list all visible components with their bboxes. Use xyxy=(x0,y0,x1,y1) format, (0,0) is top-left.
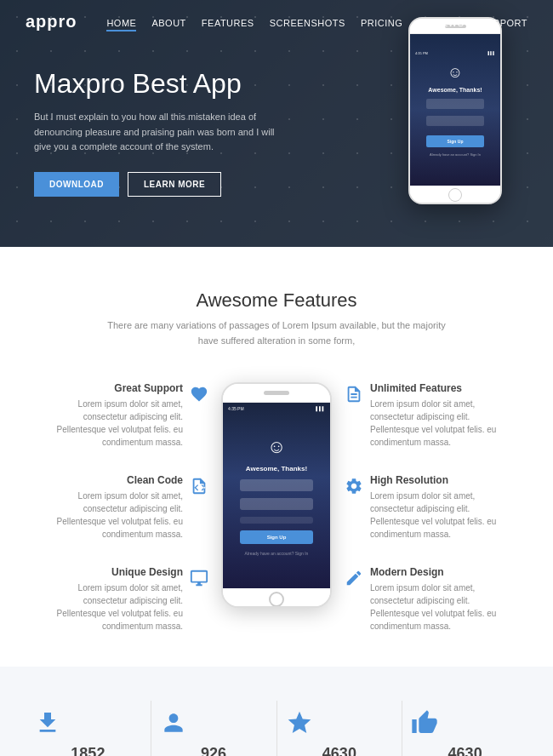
feature-title-4: Unlimited Features xyxy=(370,382,506,394)
center-signup-btn: Sign Up xyxy=(240,530,314,544)
stat-number-downloads: 1852 xyxy=(34,745,142,756)
phone-screen-title: Awesome, Thanks! xyxy=(428,87,482,93)
features-section: Awesome Features There are many variatio… xyxy=(0,247,553,667)
features-right-column: Unlimited Features Lorem ipsum dolor sit… xyxy=(345,382,506,633)
phone-signal: ▌▌▌ xyxy=(487,51,495,55)
center-btn-label: Sign Up xyxy=(267,535,287,540)
phone-field-2 xyxy=(426,116,485,126)
phone-signup-btn: Sign Up xyxy=(426,135,485,147)
feature-desc-3: Lorem ipsum dolor sit amet, consectetur … xyxy=(47,581,183,633)
center-phone-top xyxy=(223,384,330,403)
feature-title-3: Unique Design xyxy=(47,566,183,578)
features-subtitle: There are many variations of passages of… xyxy=(98,318,455,348)
phone-signin-link: Already have an account? Sign In xyxy=(430,152,481,157)
download-button[interactable]: DOWNLOAD xyxy=(34,172,119,197)
features-title: Awesome Features xyxy=(26,289,527,312)
phone-bottom-bar xyxy=(410,186,500,204)
phone-btn-label: Sign Up xyxy=(448,139,464,144)
center-phone-wrap: 4:35 PM ▌▌▌ ☺ Awesome, Thanks! Sign Up A… xyxy=(208,382,345,608)
learn-more-button[interactable]: LEARN MORE xyxy=(128,172,221,197)
features-grid: Great Support Lorem ipsum dolor sit amet… xyxy=(26,382,527,633)
feature-desc-2: Lorem ipsum dolor sit amet, consectetur … xyxy=(47,490,183,541)
features-left-column: Great Support Lorem ipsum dolor sit amet… xyxy=(47,382,208,633)
person-icon xyxy=(160,709,268,736)
document-icon xyxy=(345,382,363,406)
feature-desc-6: Lorem ipsum dolor sit amet, consectetur … xyxy=(370,581,506,633)
center-phone: 4:35 PM ▌▌▌ ☺ Awesome, Thanks! Sign Up A… xyxy=(221,382,332,608)
feature-desc-1: Lorem ipsum dolor sit amet, consectetur … xyxy=(47,398,183,449)
feature-unlimited: Unlimited Features Lorem ipsum dolor sit… xyxy=(345,382,506,449)
center-signin-link: Already have an account? Sign In xyxy=(245,551,309,556)
feature-clean-code: Clean Code Lorem ipsum dolor sit amet, c… xyxy=(47,474,208,541)
nav-links: HOME ABOUT FEATURES SCREENSHOTS PRICING … xyxy=(106,14,527,30)
feature-title-5: High Resolution xyxy=(370,474,506,486)
feature-high-res: High Resolution Lorem ipsum dolor sit am… xyxy=(345,474,506,541)
feature-desc-4: Lorem ipsum dolor sit amet, consectetur … xyxy=(370,398,506,449)
stat-top-rating: 4630 TOP RATING xyxy=(277,701,403,756)
pencil-icon xyxy=(345,566,363,590)
thumbsup-icon xyxy=(411,709,519,736)
stat-happy-client: 926 HAPPY CLIENT xyxy=(151,701,277,756)
feature-title-1: Great Support xyxy=(47,382,183,394)
nav-features[interactable]: FEATURES xyxy=(202,18,254,28)
code-icon xyxy=(190,474,208,498)
phone-screen: 4:35 PM ▌▌▌ ☺ Awesome, Thanks! Sign Up A… xyxy=(410,34,500,186)
hero-phone: 4:35 PM ▌▌▌ ☺ Awesome, Thanks! Sign Up A… xyxy=(408,17,502,204)
center-phone-speaker xyxy=(264,391,289,395)
center-field-3 xyxy=(240,517,314,524)
center-home-button xyxy=(269,592,284,607)
phone-status-bar: 4:35 PM ▌▌▌ xyxy=(410,49,500,57)
nav-about[interactable]: ABOUT xyxy=(151,18,185,28)
center-emoji: ☺ xyxy=(267,436,286,458)
stat-active-installs: 4630 ACTIVE INSTALLS xyxy=(402,701,527,756)
nav-support[interactable]: SUPPORT xyxy=(480,18,527,28)
feature-title-2: Clean Code xyxy=(47,474,183,486)
feature-desc-5: Lorem ipsum dolor sit amet, consectetur … xyxy=(370,490,506,541)
stats-section: 1852 DOWNLOADS 926 HAPPY CLIENT 4630 TOP… xyxy=(0,667,553,756)
nav-home[interactable]: HOME xyxy=(106,18,136,32)
phone-mockup: 4:35 PM ▌▌▌ ☺ Awesome, Thanks! Sign Up A… xyxy=(408,17,502,204)
download-icon xyxy=(34,709,142,736)
phone-emoji: ☺ xyxy=(448,64,463,82)
center-phone-mockup: 4:35 PM ▌▌▌ ☺ Awesome, Thanks! Sign Up A… xyxy=(221,382,332,608)
heart-icon xyxy=(190,382,208,406)
feature-great-support: Great Support Lorem ipsum dolor sit amet… xyxy=(47,382,208,449)
hero-content: Maxpro Best App But I must explain to yo… xyxy=(0,25,305,222)
center-field-2 xyxy=(240,498,314,510)
center-signal: ▌▌▌ xyxy=(316,406,325,411)
feature-modern-design: Modern Design Lorem ipsum dolor sit amet… xyxy=(345,566,506,633)
stat-number-rating: 4630 xyxy=(286,745,394,756)
center-time: 4:35 PM xyxy=(228,406,244,411)
hero-subtitle: But I must explain to you how all this m… xyxy=(34,110,279,155)
phone-home-button xyxy=(448,188,462,202)
stat-number-clients: 926 xyxy=(160,745,268,756)
settings-icon xyxy=(345,474,363,498)
center-field-1 xyxy=(240,479,314,491)
stat-number-installs: 4630 xyxy=(411,745,519,756)
center-phone-bottom xyxy=(223,588,330,608)
phone-time: 4:35 PM xyxy=(415,51,428,55)
nav-reviews[interactable]: REVIEWS xyxy=(418,18,464,28)
hero-title: Maxpro Best App xyxy=(34,67,279,100)
feature-title-6: Modern Design xyxy=(370,566,506,578)
phone-field-1 xyxy=(426,99,485,109)
stat-downloads: 1852 DOWNLOADS xyxy=(26,701,151,756)
star-icon xyxy=(286,709,394,736)
navigation: appro HOME ABOUT FEATURES SCREENSHOTS PR… xyxy=(0,0,553,43)
center-status-bar: 4:35 PM ▌▌▌ xyxy=(228,406,325,411)
nav-screenshots[interactable]: SCREENSHOTS xyxy=(270,18,345,28)
nav-pricing[interactable]: PRICING xyxy=(361,18,402,28)
feature-unique-design: Unique Design Lorem ipsum dolor sit amet… xyxy=(47,566,208,633)
logo: appro xyxy=(26,12,77,32)
monitor-icon xyxy=(190,566,208,590)
center-phone-screen: 4:35 PM ▌▌▌ ☺ Awesome, Thanks! Sign Up A… xyxy=(223,403,330,588)
center-screen-title: Awesome, Thanks! xyxy=(246,465,307,472)
hero-buttons: DOWNLOAD LEARN MORE xyxy=(34,172,279,197)
